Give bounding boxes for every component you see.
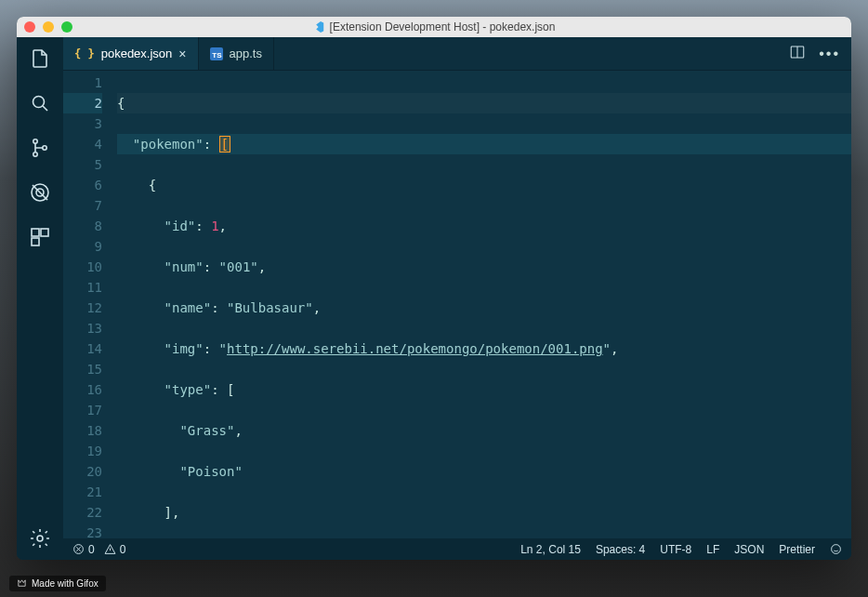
traffic-lights xyxy=(24,21,72,33)
svg-point-9 xyxy=(37,536,43,541)
status-encoding[interactable]: UTF-8 xyxy=(660,543,691,556)
svg-rect-6 xyxy=(32,229,39,236)
status-spaces[interactable]: Spaces: 4 xyxy=(596,543,645,556)
titlebar[interactable]: [Extension Development Host] - pokedex.j… xyxy=(17,17,851,37)
svg-point-1 xyxy=(33,139,37,143)
window: [Extension Development Host] - pokedex.j… xyxy=(17,17,851,560)
close-window-button[interactable] xyxy=(24,21,35,33)
close-icon[interactable]: × xyxy=(178,46,186,61)
vscode-icon xyxy=(313,21,324,33)
search-icon[interactable] xyxy=(28,91,52,115)
split-editor-icon[interactable] xyxy=(789,44,806,64)
zoom-window-button[interactable] xyxy=(61,21,72,33)
extensions-icon[interactable] xyxy=(28,225,52,249)
status-lang[interactable]: JSON xyxy=(734,543,764,556)
svg-rect-8 xyxy=(32,238,39,245)
tab-label: app.ts xyxy=(230,46,262,60)
feedback-icon[interactable] xyxy=(830,543,842,555)
minimize-window-button[interactable] xyxy=(43,21,54,33)
explorer-icon[interactable] xyxy=(28,46,52,71)
window-title-text: [Extension Development Host] - pokedex.j… xyxy=(330,20,556,33)
status-ln-col[interactable]: Ln 2, Col 15 xyxy=(520,543,581,556)
svg-point-0 xyxy=(33,97,45,108)
gifox-badge: Made with Gifox xyxy=(9,576,106,591)
editor[interactable]: 1 2 3 4 5 6 7 8 9 10 11 12 13 14 15 16 1 xyxy=(63,71,851,538)
activity-bar xyxy=(17,37,63,560)
gutter: 1 2 3 4 5 6 7 8 9 10 11 12 13 14 15 16 1 xyxy=(63,71,117,538)
ts-file-icon: TS xyxy=(210,47,223,60)
svg-point-2 xyxy=(33,153,37,156)
svg-point-3 xyxy=(43,146,46,150)
debug-icon[interactable] xyxy=(28,180,52,205)
status-bar: 0 0 Ln 2, Col 15 Spaces: 4 UTF-8 LF JSON… xyxy=(63,538,851,560)
svg-rect-7 xyxy=(41,229,48,236)
gear-icon[interactable] xyxy=(28,526,52,551)
status-formatter[interactable]: Prettier xyxy=(779,543,815,556)
status-eol[interactable]: LF xyxy=(706,543,719,556)
status-errors[interactable]: 0 xyxy=(72,543,95,556)
tab-app-ts[interactable]: TS app.ts xyxy=(199,37,274,70)
svg-point-12 xyxy=(832,545,841,554)
status-warnings[interactable]: 0 xyxy=(104,543,126,556)
json-file-icon: { } xyxy=(74,47,95,60)
tab-pokedex-json[interactable]: { } pokedex.json × xyxy=(63,37,199,70)
more-icon[interactable]: ••• xyxy=(819,46,840,62)
code-area[interactable]: { "pokemon": [ { "id": 1, "num": "001", … xyxy=(117,71,851,538)
window-title: [Extension Development Host] - pokedex.j… xyxy=(313,20,556,33)
tab-bar: { } pokedex.json × TS app.ts ••• xyxy=(63,37,851,71)
tab-label: pokedex.json xyxy=(101,46,173,60)
source-control-icon[interactable] xyxy=(28,136,52,160)
